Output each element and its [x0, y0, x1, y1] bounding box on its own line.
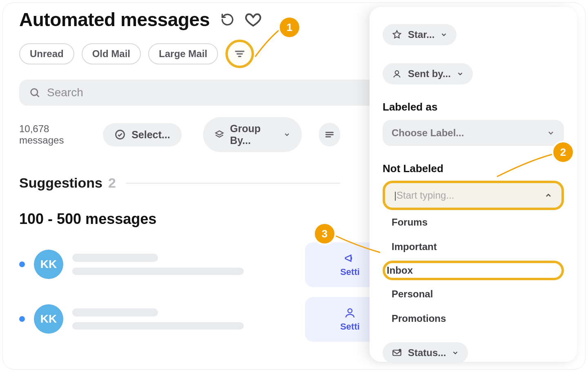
chip-unread[interactable]: Unread: [19, 43, 74, 64]
chip-large-mail[interactable]: Large Mail: [148, 43, 218, 64]
person-icon: [344, 307, 356, 319]
svg-point-9: [348, 309, 352, 313]
sent-by-filter-label: Sent by...: [408, 68, 451, 80]
check-circle-icon: [114, 129, 126, 140]
label-option-important[interactable]: Important: [383, 235, 564, 259]
callout-badge-1: 1: [280, 18, 299, 37]
megaphone-icon: [344, 252, 356, 264]
chevron-down-icon: [457, 70, 464, 78]
status-filter-button[interactable]: Status...: [383, 342, 468, 363]
message-preview-placeholder: [72, 308, 244, 330]
svg-point-3: [31, 89, 38, 95]
unread-dot-icon: [19, 316, 25, 322]
not-labeled-title: Not Labeled: [383, 162, 564, 175]
refresh-icon[interactable]: [220, 13, 234, 27]
labeled-as-title: Labeled as: [383, 101, 564, 113]
label-option-forums[interactable]: Forums: [383, 210, 564, 235]
envelope-icon: [392, 348, 402, 358]
filter-chips-row: Unread Old Mail Large Mail: [19, 40, 340, 68]
chip-old-mail[interactable]: Old Mail: [82, 43, 141, 64]
suggestions-header: Suggestions 2: [19, 175, 340, 191]
app-frame: Automated messages Unread Old Mail Large…: [2, 2, 586, 370]
star-icon: [392, 29, 402, 40]
group-by-label: Group By...: [230, 123, 277, 146]
group-by-button[interactable]: Group By...: [203, 117, 302, 152]
avatar: KK: [34, 250, 63, 279]
message-count: 10,678 messages: [19, 123, 88, 146]
layers-icon: [214, 129, 225, 140]
svg-point-12: [399, 349, 401, 351]
star-filter-label: Star...: [408, 29, 434, 40]
label-option-inbox[interactable]: Inbox: [387, 265, 560, 276]
heart-icon[interactable]: [245, 11, 261, 28]
search-placeholder: Search: [47, 86, 83, 99]
toolbar-row: 10,678 messages Select... Group By...: [19, 117, 340, 152]
more-toolbar-button[interactable]: [319, 123, 340, 146]
callout-badge-2: 2: [553, 142, 573, 162]
person-icon: [392, 69, 402, 79]
choose-label-placeholder: Choose Label...: [392, 127, 464, 139]
message-settings-label: Setti: [340, 321, 360, 332]
main-panel: Automated messages Unread Old Mail Large…: [19, 9, 340, 369]
message-row[interactable]: KK Setti: [19, 304, 340, 334]
message-preview-placeholder: [72, 254, 244, 275]
filter-icon: [234, 48, 246, 60]
chevron-up-icon: [544, 191, 552, 199]
suggestions-title: Suggestions: [19, 175, 102, 191]
section-divider: [126, 183, 340, 184]
label-option-personal[interactable]: Personal: [383, 282, 564, 306]
sent-by-filter-button[interactable]: Sent by...: [383, 63, 473, 84]
list-icon: [324, 129, 335, 140]
page-title: Automated messages: [19, 9, 210, 31]
chevron-down-icon: [283, 131, 291, 139]
suggestions-count: 2: [108, 175, 116, 191]
search-icon: [29, 87, 40, 98]
label-option-inbox-highlight: Inbox: [383, 261, 564, 280]
filter-icon-button[interactable]: [225, 40, 254, 68]
not-labeled-input[interactable]: | Start typing...: [383, 181, 564, 210]
chevron-down-icon: [452, 349, 459, 356]
label-option-promotions[interactable]: Promotions: [383, 306, 564, 331]
callout-badge-3: 3: [315, 224, 334, 244]
chevron-down-icon: [440, 31, 448, 38]
bucket-title: 100 - 500 messages: [19, 210, 340, 228]
chevron-down-icon: [547, 129, 555, 137]
avatar: KK: [34, 304, 63, 334]
message-row[interactable]: KK Setti: [19, 250, 340, 279]
select-button[interactable]: Select...: [103, 123, 182, 146]
unread-dot-icon: [19, 261, 25, 267]
star-filter-button[interactable]: Star...: [383, 24, 457, 45]
not-labeled-placeholder: Start typing...: [396, 190, 454, 201]
svg-point-10: [395, 71, 399, 74]
message-settings-label: Setti: [340, 267, 360, 277]
filter-popup: Star... Sent by... Labeled as Choose Lab…: [370, 7, 577, 362]
svg-line-4: [37, 95, 39, 97]
select-label: Select...: [131, 129, 170, 141]
status-filter-label: Status...: [408, 347, 446, 359]
label-dropdown-list: Forums Important Inbox Personal Promotio…: [383, 210, 564, 331]
choose-label-dropdown[interactable]: Choose Label...: [383, 120, 564, 146]
